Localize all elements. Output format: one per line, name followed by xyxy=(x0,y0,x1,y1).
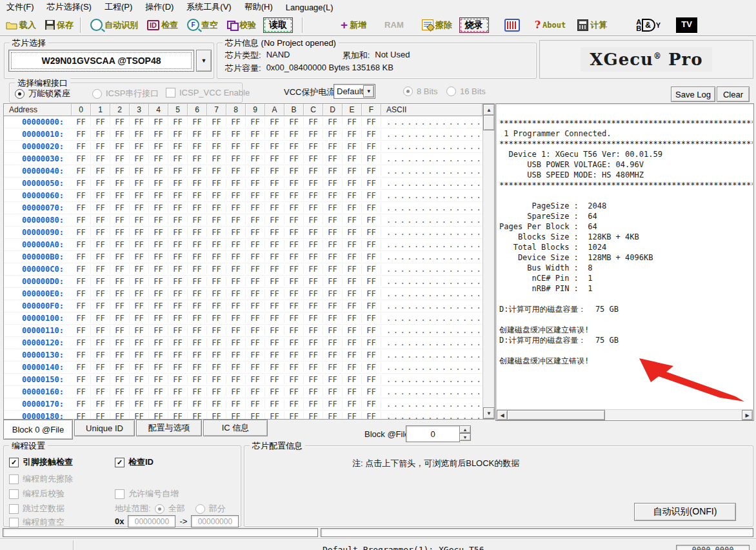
hex-byte-cell[interactable]: FF xyxy=(149,154,168,163)
hex-byte-cell[interactable]: FF xyxy=(362,240,381,249)
hex-byte-cell[interactable]: FF xyxy=(265,216,284,225)
hex-byte-cell[interactable]: FF xyxy=(226,167,246,176)
hex-byte-cell[interactable]: FF xyxy=(265,387,284,396)
hex-byte-cell[interactable]: FF xyxy=(226,363,246,372)
hex-byte-cell[interactable]: FF xyxy=(168,191,188,200)
hex-byte-cell[interactable]: FF xyxy=(110,142,130,151)
hex-byte-cell[interactable]: FF xyxy=(72,154,91,163)
hex-byte-cell[interactable]: FF xyxy=(265,301,284,311)
vcc-dropdown-arrow-icon[interactable]: ▼ xyxy=(363,85,374,97)
hex-byte-cell[interactable]: FF xyxy=(304,167,323,176)
hex-byte-cell[interactable]: FF xyxy=(72,142,91,151)
hex-byte-cell[interactable]: FF xyxy=(168,326,188,335)
hex-ascii-cell[interactable]: ................ xyxy=(381,314,482,323)
hex-byte-cell[interactable]: FF xyxy=(149,216,168,225)
hex-byte-cell[interactable]: FF xyxy=(246,400,265,409)
hex-byte-cell[interactable]: FF xyxy=(207,326,226,335)
hex-byte-cell[interactable]: FF xyxy=(284,375,304,384)
hex-byte-cell[interactable]: FF xyxy=(265,191,284,200)
hex-byte-cell[interactable]: FF xyxy=(265,289,284,298)
block-at-file-input[interactable]: 0 xyxy=(406,425,460,442)
hex-byte-cell[interactable]: FF xyxy=(265,338,284,347)
hex-byte-cell[interactable]: FF xyxy=(149,277,168,286)
hex-byte-cell[interactable]: FF xyxy=(362,387,381,396)
hex-byte-cell[interactable]: FF xyxy=(207,252,226,261)
hex-byte-cell[interactable]: FF xyxy=(130,179,149,188)
hex-byte-cell[interactable]: FF xyxy=(362,289,381,298)
hex-byte-cell[interactable]: FF xyxy=(168,301,188,311)
hex-byte-cell[interactable]: FF xyxy=(284,167,304,176)
hex-byte-cell[interactable]: FF xyxy=(265,117,284,127)
hex-ascii-cell[interactable]: ................ xyxy=(381,265,482,274)
hex-byte-cell[interactable]: FF xyxy=(246,117,265,127)
hex-byte-cell[interactable]: FF xyxy=(226,314,246,323)
hex-byte-cell[interactable]: FF xyxy=(343,130,362,139)
hex-byte-cell[interactable]: FF xyxy=(343,154,362,163)
hex-byte-cell[interactable]: FF xyxy=(91,191,110,200)
hex-byte-cell[interactable]: FF xyxy=(91,326,110,335)
hex-byte-cell[interactable]: FF xyxy=(362,154,381,163)
about-button[interactable]: ? About xyxy=(532,17,570,32)
hex-byte-cell[interactable]: FF xyxy=(343,351,362,360)
hex-byte-cell[interactable]: FF xyxy=(72,277,91,286)
scroll-up-button[interactable]: ▲ xyxy=(483,104,495,116)
hex-byte-cell[interactable]: FF xyxy=(226,154,246,163)
hex-byte-cell[interactable]: FF xyxy=(207,142,226,151)
hex-byte-cell[interactable]: FF xyxy=(343,191,362,200)
hex-byte-cell[interactable]: FF xyxy=(168,351,188,360)
hex-byte-cell[interactable]: FF xyxy=(110,203,130,212)
hex-byte-cell[interactable]: FF xyxy=(207,400,226,409)
scroll-right-button[interactable]: ▶ xyxy=(742,410,753,420)
hex-byte-cell[interactable]: FF xyxy=(110,167,130,176)
hex-byte-cell[interactable]: FF xyxy=(362,117,381,127)
hex-byte-cell[interactable]: FF xyxy=(110,375,130,384)
hex-byte-cell[interactable]: FF xyxy=(168,375,188,384)
hex-byte-cell[interactable]: FF xyxy=(110,314,130,323)
hex-byte-cell[interactable]: FF xyxy=(323,130,343,139)
hex-byte-cell[interactable]: FF xyxy=(323,289,343,298)
hex-byte-cell[interactable]: FF xyxy=(226,252,246,261)
hex-byte-cell[interactable]: FF xyxy=(91,154,110,163)
hex-byte-cell[interactable]: FF xyxy=(246,387,265,396)
hex-byte-cell[interactable]: FF xyxy=(323,179,343,188)
hex-byte-cell[interactable]: FF xyxy=(130,289,149,298)
hex-byte-cell[interactable]: FF xyxy=(284,179,304,188)
hex-byte-cell[interactable]: FF xyxy=(91,203,110,212)
hex-byte-cell[interactable]: FF xyxy=(130,117,149,127)
hex-byte-cell[interactable]: FF xyxy=(130,351,149,360)
hex-byte-cell[interactable]: FF xyxy=(72,265,91,274)
hex-byte-cell[interactable]: FF xyxy=(362,400,381,409)
hex-byte-cell[interactable]: FF xyxy=(284,351,304,360)
spinner-down-button[interactable]: ▼ xyxy=(459,433,471,441)
socket-radio[interactable] xyxy=(15,89,25,99)
hex-byte-cell[interactable]: FF xyxy=(284,240,304,249)
hex-byte-cell[interactable]: FF xyxy=(72,203,91,212)
hex-byte-cell[interactable]: FF xyxy=(168,265,188,274)
hex-byte-cell[interactable]: FF xyxy=(284,387,304,396)
hex-byte-cell[interactable]: FF xyxy=(188,142,207,151)
hex-byte-cell[interactable]: FF xyxy=(265,363,284,372)
menu-item[interactable]: 芯片选择(S) xyxy=(41,0,98,14)
hex-byte-cell[interactable]: FF xyxy=(168,216,188,225)
hex-byte-cell[interactable]: FF xyxy=(168,338,188,347)
hex-byte-cell[interactable]: FF xyxy=(110,412,130,419)
hex-byte-cell[interactable]: FF xyxy=(265,252,284,261)
hex-byte-cell[interactable]: FF xyxy=(265,351,284,360)
menu-item[interactable]: 文件(F) xyxy=(0,0,41,14)
hex-byte-cell[interactable]: FF xyxy=(130,314,149,323)
hex-byte-cell[interactable]: FF xyxy=(91,301,110,311)
hex-byte-cell[interactable]: FF xyxy=(265,167,284,176)
hex-byte-cell[interactable]: FF xyxy=(207,265,226,274)
load-button[interactable]: 载入 xyxy=(3,18,39,32)
hex-byte-cell[interactable]: FF xyxy=(343,338,362,347)
hex-byte-cell[interactable]: FF xyxy=(246,277,265,286)
hex-byte-cell[interactable]: FF xyxy=(130,387,149,396)
hex-byte-cell[interactable]: FF xyxy=(284,203,304,212)
hex-byte-cell[interactable]: FF xyxy=(110,191,130,200)
hex-byte-cell[interactable]: FF xyxy=(149,301,168,311)
hex-byte-cell[interactable]: FF xyxy=(362,375,381,384)
hex-byte-cell[interactable]: FF xyxy=(149,203,168,212)
hex-byte-cell[interactable]: FF xyxy=(323,191,343,200)
hex-byte-cell[interactable]: FF xyxy=(323,277,343,286)
save-button[interactable]: 保存 xyxy=(42,18,77,32)
